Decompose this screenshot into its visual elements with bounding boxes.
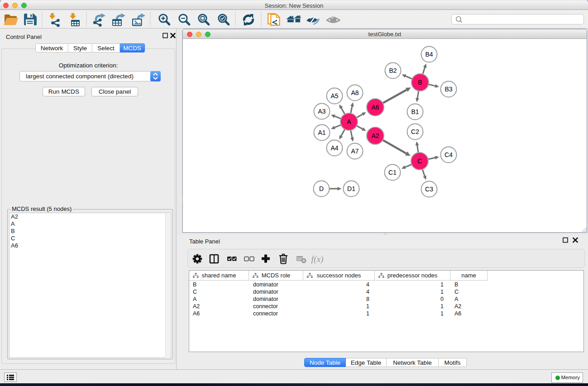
svg-text:B3: B3	[445, 86, 452, 93]
svg-text:B: B	[418, 79, 422, 86]
svg-text:A4: A4	[330, 144, 338, 152]
svg-text:C3: C3	[425, 186, 433, 193]
svg-text:C2: C2	[411, 128, 419, 135]
svg-text:A2: A2	[371, 132, 379, 139]
svg-text:A8: A8	[351, 89, 359, 96]
svg-text:D: D	[319, 185, 324, 192]
svg-text:B4: B4	[425, 51, 433, 58]
svg-text:D1: D1	[347, 185, 355, 192]
svg-text:C1: C1	[388, 169, 397, 176]
svg-text:A: A	[347, 118, 351, 125]
svg-text:A7: A7	[351, 148, 359, 155]
svg-text:f(x): f(x)	[311, 254, 323, 264]
svg-text:A3: A3	[318, 108, 325, 115]
svg-text:C4: C4	[445, 151, 453, 158]
svg-text:B1: B1	[411, 108, 419, 115]
svg-text:B2: B2	[389, 67, 397, 74]
svg-text:A6: A6	[371, 104, 379, 111]
svg-text:A1: A1	[318, 129, 325, 136]
svg-text:A5: A5	[330, 92, 338, 100]
svg-text:C: C	[417, 157, 422, 165]
